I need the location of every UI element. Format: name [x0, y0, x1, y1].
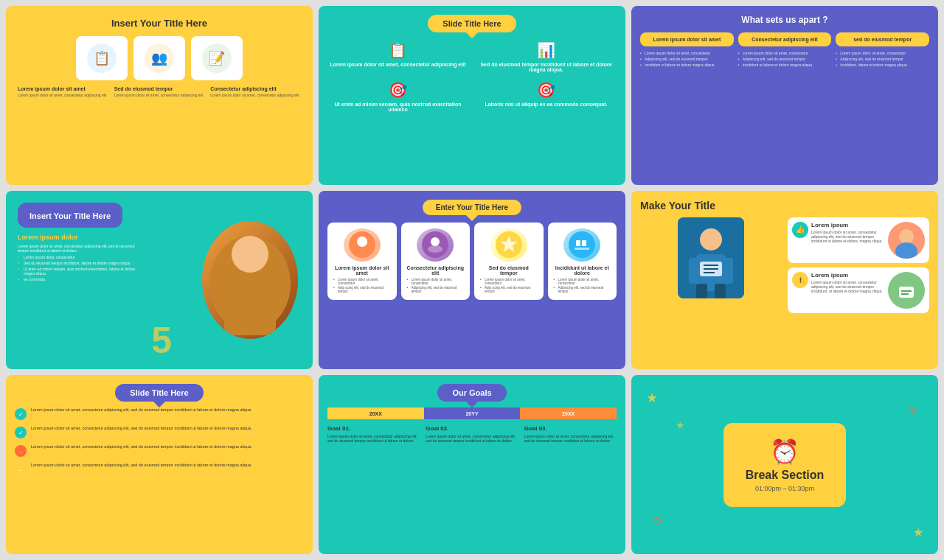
card-4-img — [563, 228, 600, 262]
card-2: 👥 — [133, 36, 185, 80]
item-3: Consectetur adipiscing elit Lorem ipsum … — [210, 86, 301, 97]
slide-5-card-3: Sed do eiusmod tempor Lorem ipsum dolor … — [474, 223, 544, 300]
info-text-1: Lorem ipsum dolor sit amet, consectetur … — [811, 230, 885, 243]
feature-3-icon: 🎯 — [389, 81, 407, 99]
slide-6: Make Your Title — [631, 191, 938, 370]
svg-rect-18 — [722, 258, 733, 284]
circle-img-1 — [888, 222, 925, 259]
card-4-title: Incididunt ut labore et dolore — [554, 265, 611, 276]
slide-3: What sets us apart ? Lorem ipsum dolor s… — [631, 6, 938, 185]
card-1-icon: 📋 — [87, 43, 117, 73]
info-content-1: Lorem ipsum Lorem ipsum dolor sit amet, … — [811, 222, 885, 259]
break-title: Break Section — [746, 469, 825, 482]
item-2: Sed do eiusmod tempor Lorem ipsum dolor … — [114, 86, 205, 97]
slide-4-left: Insert Your Title Here Lorem ipsum dolor… — [18, 203, 145, 283]
check-icon-1: ✓ — [15, 408, 27, 420]
card-2-title: Consectetur adipiscing elit — [407, 265, 465, 276]
col-1-header: Lorem ipsum dolor sit amet — [640, 32, 734, 46]
card-1: 📋 — [76, 36, 128, 80]
slide-4-bullet-4: ea commodo. — [18, 277, 145, 281]
tl-3: 20XX — [520, 407, 617, 419]
slide-5-card-4: Incididunt ut labore et dolore Lorem ips… — [548, 223, 617, 300]
feature-1-icon: 📋 — [389, 41, 407, 59]
card-4-b1: Lorem ipsum dolor sit amet, consectetur — [554, 278, 611, 285]
slide-5-bubble: Enter Your Title Here — [423, 200, 521, 215]
col-2-item-1: Lorem ipsum dolor sit amet, consectetur — [738, 51, 832, 55]
info-block-2: ⚠️ Lorem ipsum Lorem ipsum dolor sit ame… — [788, 267, 929, 313]
svg-rect-29 — [899, 287, 914, 298]
check-text-4: Lorem ipsum dolor sit amet, consectetur … — [31, 463, 252, 467]
check-text-3: Lorem ipsum dolor sit amet, consectetur … — [31, 444, 252, 449]
card-2-b2: Adipiscing elit, sed do eiusmod tempor — [407, 286, 465, 293]
card-3-b2: Adip scing elit, sed do eiusmod tempor — [480, 286, 538, 293]
slide-8: Our Goals 20XX 20YY 20XX Goal 01. Lorem … — [319, 375, 625, 554]
deco-star-1: ★ — [646, 390, 658, 406]
feature-4-title: Laboris nisi ut aliquip ex ea commodo co… — [485, 102, 607, 107]
col-1: Lorem ipsum dolor sit amet Lorem ipsum d… — [640, 32, 734, 69]
card-3: 📝 — [191, 36, 243, 80]
check-icon-3: – — [15, 445, 27, 457]
deco-question-2: ? — [653, 515, 662, 532]
svg-rect-19 — [696, 284, 707, 298]
goal-3: Goal 03. Lorem ipsum dolor sit amet, con… — [524, 425, 617, 443]
slide-4-bullet-2: Sed do eiusmod tempor incididunt, labore… — [18, 261, 145, 265]
col-3-item-3: Incididunt, labore et dolore magna aliqu… — [836, 63, 929, 67]
card-3-icon: 📝 — [202, 43, 232, 73]
card-1-img — [344, 228, 381, 262]
card-4-b2: Adipiscing elit, sed do eiusmod tempor — [554, 286, 611, 293]
goals-row: Goal 01. Lorem ipsum dolor sit amet, con… — [327, 425, 617, 443]
slide-3-cols: Lorem ipsum dolor sit amet Lorem ipsum d… — [640, 32, 929, 69]
tl-1: 20XX — [327, 407, 424, 419]
slide-4: Insert Your Title Here Lorem ipsum dolor… — [6, 191, 313, 370]
slide-8-bubble: Our Goals — [437, 384, 506, 402]
slide-8-title: Our Goals — [452, 388, 491, 397]
svg-rect-11 — [576, 240, 580, 246]
goal-3-title: Goal 03. — [524, 425, 617, 432]
card-1-b2: Adip scing elit, sed do eiusmod tempor — [333, 286, 391, 293]
feature-4: 🎯 Laboris nisi ut aliquip ex ea commodo … — [476, 81, 617, 113]
slide-4-image: 5 — [144, 191, 313, 370]
slide-2: Slide Title Here 📋 Lorem ipsum dolor sit… — [319, 6, 625, 185]
card-1-b1: Lorem ipsum dolor sit amet, consectetur — [333, 278, 391, 285]
slide-5-cards: Lorem ipsum dolor sit amet Lorem ipsum d… — [327, 223, 617, 300]
item-1-title: Lorem ipsum dolor sit amet — [18, 86, 108, 91]
item-2-text: Lorem ipsum dolor sit amet, consectetur … — [114, 93, 205, 97]
math-numbers: 5 — [151, 319, 305, 362]
card-3-title: Sed do eiusmod tempor — [480, 265, 538, 276]
item-1-text: Lorem ipsum dolor sit amet, consectetur … — [18, 93, 108, 97]
slide-4-bodytext: Lorem ipsum dolor sit amet, consectetur … — [18, 244, 145, 253]
info-block-1: 👍 Lorem ipsum Lorem ipsum dolor sit amet… — [788, 217, 929, 263]
slide-4-bullet-3: Ut enim ad minim veniam, quis nostrud ex… — [18, 267, 145, 276]
svg-point-4 — [357, 237, 367, 247]
check-icon-2: ✓ — [15, 427, 27, 438]
svg-point-26 — [899, 229, 914, 244]
deco-star-3: ★ — [676, 419, 685, 431]
svg-rect-13 — [575, 248, 589, 250]
deco-question-1: ? — [908, 405, 916, 421]
svg-rect-12 — [582, 240, 586, 246]
circle-img-2 — [888, 272, 925, 309]
card-2-img — [417, 228, 454, 262]
goal-1-title: Goal 01. — [327, 425, 420, 432]
goal-3-text: Lorem ipsum dolor sit amet, consectetur … — [524, 434, 617, 443]
slide-7-title: Slide Title Here — [130, 388, 188, 397]
goal-1: Goal 01. Lorem ipsum dolor sit amet, con… — [327, 425, 420, 443]
check-3: – Lorem ipsum dolor sit amet, consectetu… — [15, 444, 304, 457]
slide-4-bubble-text: Insert Your Title Here — [30, 211, 111, 220]
slide-6-content: 👍 Lorem ipsum Lorem ipsum dolor sit amet… — [640, 217, 929, 313]
item-1: Lorem ipsum dolor sit amet Lorem ipsum d… — [18, 86, 108, 97]
info-icon-1: 👍 — [792, 222, 808, 238]
col-2-item-3: Incididunt ut labore et dolore magna ali… — [738, 63, 832, 67]
slide-4-bubble: Insert Your Title Here — [18, 203, 122, 228]
info-content-2: Lorem ipsum Lorem ipsum dolor sit amet, … — [811, 272, 885, 309]
slide-1: Insert Your Title Here 📋 👥 📝 Lorem ipsum… — [6, 6, 313, 185]
check-text-2: Lorem ipsum dolor sit amet, consectetur … — [31, 426, 252, 430]
check-1: ✓ Lorem ipsum dolor sit amet, consectetu… — [15, 407, 304, 420]
feature-3-title: Ut enim ad minim veniam, quis nostrud ex… — [327, 102, 468, 112]
check-4: – Lorem ipsum dolor sit amet, consectetu… — [15, 463, 304, 475]
feature-4-icon: 🎯 — [537, 81, 555, 99]
slide-5-card-2: Consectetur adipiscing elit Lorem ipsum … — [401, 223, 471, 300]
col-1-item-1: Lorem ipsum dolor sit amet, consectetur — [640, 51, 734, 55]
check-icon-4: – — [15, 463, 27, 475]
slide-1-cards: 📋 👥 📝 — [76, 36, 243, 80]
